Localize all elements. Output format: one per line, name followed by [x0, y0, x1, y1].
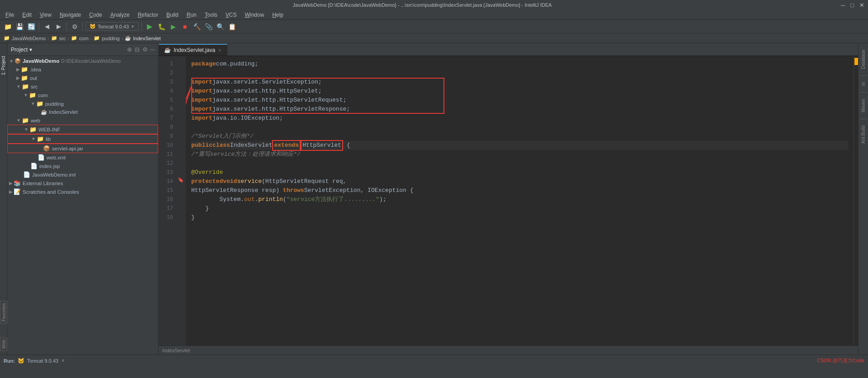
right-tab-maven[interactable]: Maven: [860, 96, 867, 115]
project-panel: Project ▾ ⊕ ⊟ ⚙ ─ ▼ 📦 JavaWebDemo D:\IDE…: [7, 43, 159, 355]
bc-pudding[interactable]: pudding: [102, 36, 119, 41]
tomcat-config-btn[interactable]: 🐱 Tomcat 9.0.43 ▼: [85, 22, 139, 31]
toolbar-extra1[interactable]: 📎: [203, 22, 213, 32]
menu-edit[interactable]: Edit: [19, 11, 35, 19]
iml-icon: 📄: [23, 171, 30, 178]
xml-icon: 📄: [38, 154, 45, 161]
tree-item-idea[interactable]: ▶ 📁 .idea: [7, 65, 158, 74]
close-btn[interactable]: ✕: [859, 2, 864, 9]
tree-item-webxml[interactable]: ▶ 📄 web.xml: [7, 153, 158, 162]
watermark: CSDN @巧克力Code: [817, 357, 864, 364]
debug-btn[interactable]: 🐛: [156, 22, 166, 32]
jsp-icon: 📄: [30, 163, 38, 169]
run-tab-close[interactable]: ✕: [61, 358, 65, 363]
bc-project[interactable]: JavaWebDemo: [12, 36, 46, 41]
run-tomcat-icon: 🐱: [18, 358, 24, 364]
code-line-3: import javax.servlet.ServletException;: [191, 78, 848, 87]
code-line-15: HttpServletResponse resp) throws Servlet…: [191, 186, 848, 195]
run-btn[interactable]: ▶: [145, 22, 155, 32]
line-numbers: 1 2 3 4 5 6 7 8 9 10 11 12 13 14 15 16 1…: [159, 56, 177, 345]
back-btn[interactable]: ◀: [42, 22, 52, 32]
project-panel-header: Project ▾ ⊕ ⊟ ⚙ ─: [7, 43, 158, 56]
sync-btn[interactable]: 🔄: [26, 22, 36, 32]
tree-item-IndexServlet[interactable]: ☕ IndexServlet: [7, 108, 158, 116]
bookmark-icon: 🔖: [178, 177, 184, 183]
tree-item-scratches[interactable]: ▶ 📝 Scratches and Consoles: [7, 187, 158, 196]
main-layout: 1: Project Project ▾ ⊕ ⊟ ⚙ ─ ▼ 📦 JavaWeb…: [0, 43, 868, 355]
run-label: Run:: [4, 358, 15, 364]
tree-item-web[interactable]: ▼ 📁 web: [7, 116, 158, 125]
tree-item-ext-libs[interactable]: ▶ 📚 External Libraries: [7, 179, 158, 187]
menu-view[interactable]: View: [36, 11, 55, 19]
tree-item-servlet-jar[interactable]: ▶ 📦 servlet-api.jar: [7, 144, 158, 153]
tree-item-root[interactable]: ▼ 📦 JavaWebDemo D:\IDEA\code\JavaWebDemo: [7, 57, 158, 65]
code-line-5: import javax.servlet.http.HttpServletReq…: [191, 96, 848, 105]
open-file-btn[interactable]: 📁: [3, 22, 13, 32]
tree-item-src[interactable]: ▼ 📁 src: [7, 82, 158, 91]
title-bar: JavaWebDemo [D:\IDEA\code\JavaWebDemo] -…: [0, 0, 868, 10]
bc-src[interactable]: src: [59, 36, 66, 41]
menu-build[interactable]: Build: [163, 11, 182, 19]
bc-file[interactable]: IndexServlet: [133, 36, 160, 41]
project-tab[interactable]: 1: Project: [0, 52, 7, 79]
menu-code[interactable]: Code: [85, 11, 106, 19]
save-btn[interactable]: 💾: [14, 22, 24, 32]
toolbar-extra2[interactable]: 🔍: [215, 22, 225, 32]
favorites-tab[interactable]: Favorites: [0, 301, 7, 324]
tree-item-lib[interactable]: ▼ 📁 lib: [7, 134, 158, 144]
toolbar: 📁 💾 🔄 ◀ ▶ ⚙ 🐱 Tomcat 9.0.43 ▼ ▶ 🐛 ▶ ■ 🔨 …: [0, 20, 868, 33]
menu-refactor[interactable]: Refactor: [134, 11, 162, 19]
tab-IndexServlet[interactable]: ☕ IndexServlet.java ✕: [159, 44, 227, 56]
run-config-btn[interactable]: ⚙: [70, 22, 80, 32]
right-tab-database[interactable]: Database: [860, 47, 867, 72]
toolbar-extra3[interactable]: 📋: [227, 22, 237, 32]
build-btn[interactable]: 🔨: [192, 22, 202, 32]
run-bar: Run: 🐱 Tomcat 9.0.43 ✕ CSDN @巧克力Code: [0, 355, 868, 366]
menu-bar: File Edit View Navigate Code Analyze Ref…: [0, 10, 868, 20]
add-icon[interactable]: ⊕: [127, 46, 132, 53]
code-text[interactable]: package com.pudding; import javax.servle…: [186, 56, 854, 345]
menu-vcs[interactable]: VCS: [222, 11, 241, 19]
code-line-13: @Override: [191, 168, 848, 177]
tree-item-webinf[interactable]: ▼ 📁 WEB-INF: [7, 125, 158, 134]
tree-item-iml[interactable]: ▶ 📄 JavaWebDemo.iml: [7, 170, 158, 179]
menu-run[interactable]: Run: [183, 11, 200, 19]
tab-close-icon[interactable]: ✕: [218, 48, 222, 53]
menu-analyze[interactable]: Analyze: [107, 11, 133, 19]
right-tab-ant[interactable]: Ant Build: [860, 123, 867, 146]
tree-item-com[interactable]: ▼ 📁 com: [7, 91, 158, 99]
tree-item-indexjsp[interactable]: ▶ 📄 index.jsp: [7, 162, 158, 170]
tab-java-icon: ☕: [164, 47, 171, 53]
code-editor[interactable]: 1 2 3 4 5 6 7 8 9 10 11 12 13 14 15 16 1…: [159, 56, 858, 345]
right-tab-m[interactable]: m: [860, 79, 867, 89]
code-content-wrapper[interactable]: package com.pudding; import javax.servle…: [186, 56, 854, 345]
menu-file[interactable]: File: [2, 11, 18, 19]
code-line-11: /*重写service方法：处理请求和响应*/: [191, 150, 848, 159]
tree-item-pudding[interactable]: ▼ 📁 pudding: [7, 99, 158, 108]
maximize-btn[interactable]: □: [850, 2, 854, 9]
editor-bottom-bar: IndexServlet: [159, 345, 858, 355]
web-tab[interactable]: Web: [0, 337, 7, 351]
toolbar-sep4: [142, 23, 142, 31]
ext-lib-icon: 📚: [14, 180, 21, 187]
coverage-btn[interactable]: ▶: [168, 22, 178, 32]
editor-area: ☕ IndexServlet.java ✕ 1 2 3 4 5 6 7 8 9 …: [159, 43, 858, 355]
menu-window[interactable]: Window: [241, 11, 268, 19]
project-icon: 📦: [14, 58, 21, 64]
webinf-folder-icon: 📁: [29, 126, 37, 133]
bc-com[interactable]: com: [79, 36, 89, 41]
src-folder-icon: 📁: [22, 83, 29, 90]
forward-btn[interactable]: ▶: [54, 22, 64, 32]
tree-item-out[interactable]: ▶ 📁 out: [7, 74, 158, 82]
bc-file-icon: ☕: [125, 35, 131, 41]
minimize-btn[interactable]: ─: [841, 2, 845, 9]
code-line-17: }: [191, 204, 848, 213]
close-panel-icon[interactable]: ─: [151, 46, 155, 53]
code-line-10: public class IndexServlet extends HttpSe…: [191, 141, 848, 150]
menu-help[interactable]: Help: [269, 11, 287, 19]
layout-icon[interactable]: ⊟: [135, 46, 140, 53]
menu-navigate[interactable]: Navigate: [56, 11, 85, 19]
stop-btn[interactable]: ■: [180, 22, 190, 32]
settings-icon[interactable]: ⚙: [142, 46, 148, 53]
menu-tools[interactable]: Tools: [201, 11, 221, 19]
